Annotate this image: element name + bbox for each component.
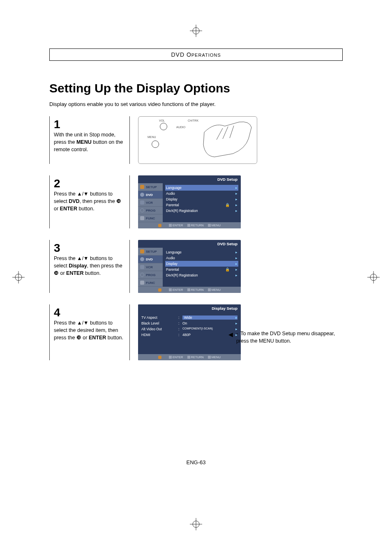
osd-footer: ENTER RETURN MENU	[138, 354, 241, 360]
chevron-right-icon: ▸	[235, 203, 238, 207]
tape-icon	[140, 265, 144, 269]
osd-footer: ENTER RETURN MENU	[138, 287, 241, 293]
chevron-right-icon: ▸	[235, 250, 238, 254]
osd-tab-dvd: DVD	[138, 256, 163, 263]
registration-mark-icon	[367, 271, 380, 283]
registration-mark-icon	[190, 25, 202, 37]
chevron-right-icon: ▸	[235, 315, 238, 320]
chevron-right-icon: ▸	[235, 197, 238, 201]
note: ◀ -To make the DVD Setup menu disappear,…	[228, 330, 343, 345]
osd-sidebar: SETUP DVD VCR PROG FUNC	[138, 183, 163, 222]
section-header: DVD OPERATIONS	[49, 48, 343, 61]
section-header-suffix: PERATIONS	[191, 53, 221, 58]
step-description: Press the ▲/▼ buttons to select the desi…	[54, 319, 125, 341]
osd-display-setup: Display Setup TV Aspect: Wide▸ Black Lev…	[138, 304, 241, 360]
footer-icon	[158, 288, 161, 292]
func-icon	[140, 281, 144, 285]
step-1: 1 With the unit in Stop mode, press the …	[49, 116, 343, 164]
page-number: ENG-63	[187, 459, 206, 465]
func-icon	[140, 216, 144, 220]
step-3: 3 Press the ▲/▼ buttons to select Displa…	[49, 240, 343, 293]
menu-button-icon	[152, 140, 159, 148]
osd-tab-prog: PROG	[138, 271, 163, 279]
step-number: 2	[54, 178, 125, 189]
registration-mark-icon	[190, 518, 202, 530]
osd-tab-vcr: VCR	[138, 263, 163, 271]
intro-text: Display options enable you to set variou…	[49, 101, 343, 107]
ds-row-black-level: Black Level: On▸	[141, 320, 238, 326]
osd-item-parental: Parental🔒▸	[165, 202, 238, 208]
osd-tab-dvd: DVD	[138, 191, 163, 199]
step-description: With the unit in Stop mode, press the ME…	[54, 131, 125, 153]
osd-item-audio: Audio▸	[165, 191, 238, 196]
chevron-right-icon: ▸	[235, 186, 238, 190]
footer-icon	[158, 356, 161, 359]
osd-title: DVD Setup	[138, 175, 241, 183]
osd-tab-func: FUNC	[138, 214, 163, 222]
page-title: Setting Up the Display Options	[49, 81, 343, 95]
osd-footer: ENTER RETURN MENU	[138, 222, 241, 228]
osd-tab-setup: SETUP	[138, 183, 163, 191]
osd-tab-func: FUNC	[138, 279, 163, 287]
osd-tab-prog: PROG	[138, 207, 163, 214]
ds-row-tv-aspect: TV Aspect: Wide▸	[141, 315, 238, 320]
section-header-prefix: DVD O	[171, 51, 191, 58]
disc-icon	[140, 257, 144, 261]
chevron-right-icon: ▸	[235, 191, 238, 196]
note-text: To make the DVD Setup menu disappear, pr…	[236, 331, 335, 344]
chevron-right-icon: ▸	[235, 262, 238, 266]
chevron-right-icon: ▸	[235, 209, 238, 213]
osd-tab-setup: SETUP	[138, 248, 163, 256]
chevron-right-icon: ▸	[235, 273, 238, 277]
clock-icon	[140, 273, 144, 277]
gear-icon	[140, 249, 144, 253]
gear-icon	[140, 185, 144, 189]
chevron-right-icon: ▸	[235, 256, 238, 260]
disc-icon	[140, 193, 144, 197]
osd-item-language: Language▸	[165, 249, 238, 255]
osd-dvd-setup: DVD Setup SETUP DVD VCR PROG FUNC Langua…	[138, 175, 241, 228]
clock-icon	[140, 208, 144, 212]
osd-item-display: Display▸	[165, 196, 238, 202]
osd-dvd-setup-display: DVD Setup SETUP DVD VCR PROG FUNC Langua…	[138, 240, 241, 293]
osd-item-display: Display▸	[165, 261, 238, 267]
tape-icon	[140, 200, 144, 205]
lock-icon: 🔒	[225, 203, 230, 207]
remote-illustration: VOL CH/TRK AUDIO MENU	[138, 116, 257, 164]
ds-row-hdmi: HDMI: 480P▸	[141, 332, 238, 338]
step-number: 4	[54, 307, 125, 318]
step-description: Press the ▲/▼ buttons to select Display,…	[54, 255, 125, 277]
osd-title: Display Setup	[138, 304, 241, 312]
osd-item-divx: DivX(R) Registration▸	[165, 272, 238, 278]
lock-icon: 🔒	[225, 267, 230, 272]
chevron-right-icon: ▸	[235, 321, 238, 325]
osd-item-parental: Parental🔒▸	[165, 267, 238, 272]
hand-icon	[200, 120, 254, 159]
step-number: 1	[54, 119, 125, 130]
osd-item-divx: DivX(R) Registration▸	[165, 208, 238, 214]
osd-item-language: Language▸	[165, 185, 238, 191]
mute-icon	[160, 123, 167, 130]
osd-sidebar: SETUP DVD VCR PROG FUNC	[138, 248, 163, 287]
osd-title: DVD Setup	[138, 240, 241, 248]
step-description: Press the ▲/▼ buttons to select DVD, the…	[54, 190, 125, 212]
footer-icon	[158, 224, 161, 227]
osd-tab-vcr: VCR	[138, 199, 163, 207]
registration-mark-icon	[12, 271, 25, 283]
step-number: 3	[54, 242, 125, 254]
osd-item-audio: Audio▸	[165, 255, 238, 261]
chevron-right-icon: ▸	[235, 267, 238, 272]
left-arrow-icon: ◀	[228, 331, 233, 339]
step-2: 2 Press the ▲/▼ buttons to select DVD, t…	[49, 175, 343, 228]
ds-row-alt-video: Alt Video Out: COMPONENT(I-SCAN)▸	[141, 326, 238, 332]
